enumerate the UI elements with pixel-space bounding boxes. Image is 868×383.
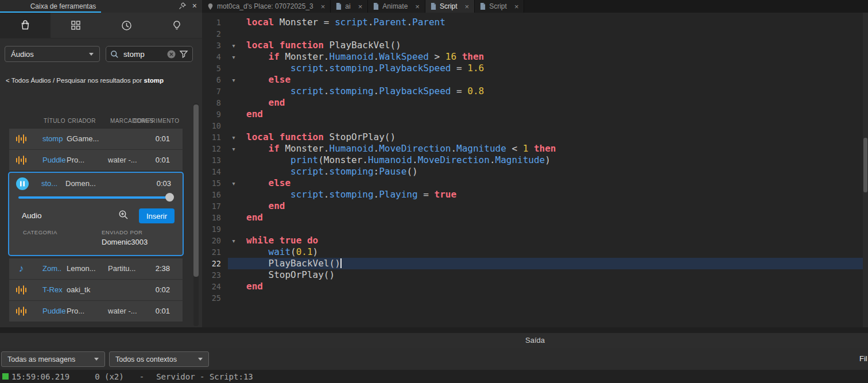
code-line[interactable]: 13 print(Monster.Humanoid.MoveDirection.… [203, 154, 868, 166]
asset-title[interactable]: stomp [42, 134, 63, 143]
line-number[interactable]: 12 [203, 144, 221, 153]
column-criador[interactable]: CRIADOR [68, 118, 96, 124]
line-number[interactable]: 9 [203, 110, 221, 119]
slider-handle-icon[interactable] [165, 193, 174, 202]
fold-arrow-icon[interactable]: ▾ [221, 180, 246, 187]
code-line[interactable]: 9end [203, 109, 868, 120]
line-number[interactable]: 21 [203, 247, 221, 257]
tab-close-icon[interactable]: × [415, 3, 420, 10]
asset-title[interactable]: Zom.. [42, 264, 61, 273]
messages-filter-dropdown[interactable]: Todas as mensagens [1, 351, 105, 367]
code-line[interactable]: 12▾ if Monster.Humanoid.MoveDirection.Ma… [203, 143, 868, 154]
line-number[interactable]: 19 [203, 225, 221, 234]
line-number[interactable]: 11 [203, 133, 221, 142]
line-number[interactable]: 13 [203, 156, 221, 165]
document-tab-script[interactable]: Script× [425, 0, 475, 13]
category-dropdown[interactable]: Áudios [5, 46, 100, 62]
code-line[interactable]: 10 [203, 120, 868, 131]
output-filter-input[interactable]: Fil [859, 354, 867, 363]
context-filter-dropdown[interactable]: Todos os contextos [109, 351, 209, 367]
clear-search-icon[interactable] [167, 50, 176, 59]
line-number[interactable]: 1 [203, 18, 221, 27]
toolbox-scrollbar[interactable] [193, 103, 199, 326]
line-number[interactable]: 23 [203, 270, 221, 280]
line-number[interactable]: 5 [203, 64, 221, 73]
line-number[interactable]: 4 [203, 52, 221, 61]
search-input[interactable] [122, 49, 164, 59]
code-line[interactable]: 4▾ if Monster.Humanoid.WalkSpeed > 16 th… [203, 51, 868, 63]
log-source[interactable]: Servidor - Script:13 [156, 372, 253, 381]
tab-creations[interactable] [152, 13, 202, 38]
filter-icon[interactable] [179, 49, 188, 59]
line-number[interactable]: 6 [203, 75, 221, 84]
pin-icon[interactable] [179, 2, 186, 10]
tab-close-icon[interactable]: × [465, 3, 470, 10]
line-number[interactable]: 17 [203, 202, 221, 211]
code-line[interactable]: 17 end [203, 200, 868, 212]
preview-zoom-icon[interactable] [118, 210, 129, 220]
asset-row[interactable]: stompGGame...0:01 [9, 129, 183, 149]
editor-scrollbar[interactable] [863, 13, 868, 327]
breadcrumb[interactable]: < Todos Áudios / Pesquisar nos resultado… [6, 77, 164, 84]
fold-arrow-icon[interactable]: ▾ [221, 54, 246, 60]
code-line[interactable]: 14 script.stomping:Pause() [203, 166, 868, 177]
code-line[interactable]: 23 StopOrPlay() [203, 269, 868, 281]
line-number[interactable]: 20 [203, 236, 221, 245]
asset-row[interactable]: PuddlePro...water -...0:01 [9, 150, 183, 171]
code-line[interactable]: 7 script.stomping.PlaybackSpeed = 0.8 [203, 86, 868, 97]
tab-marketplace[interactable] [0, 13, 51, 38]
code-line[interactable]: 11▾local function StopOrPlay() [203, 131, 868, 143]
asset-title[interactable]: T-Rex [42, 285, 63, 294]
tab-close-icon[interactable]: × [358, 3, 363, 10]
playback-slider[interactable] [18, 196, 172, 199]
fold-arrow-icon[interactable]: ▾ [221, 42, 246, 49]
output-log[interactable]: 15:59:06.219 0 (x2) - Servidor - Script:… [0, 370, 868, 383]
column-comprimento[interactable]: COMPRIMENTO [133, 118, 179, 124]
script-editor[interactable]: 1local Monster = script.Parent.Parent23▾… [203, 13, 868, 327]
line-number[interactable]: 15 [203, 179, 221, 188]
insert-button[interactable]: Inserir [139, 208, 175, 223]
fold-arrow-icon[interactable]: ▾ [221, 77, 246, 83]
document-tab-ai[interactable]: ai× [331, 0, 368, 13]
pause-button[interactable] [16, 177, 29, 190]
code-area[interactable]: 1local Monster = script.Parent.Parent23▾… [203, 17, 868, 304]
document-tab-mot0ca-d-s-place-07072025-3[interactable]: mot0ca_d's Place: 07072025_3× [202, 0, 331, 13]
line-number[interactable]: 14 [203, 167, 221, 176]
line-number[interactable]: 7 [203, 87, 221, 96]
tab-inventory[interactable] [51, 13, 101, 38]
document-tab-script[interactable]: Script× [475, 0, 524, 13]
asset-row[interactable]: PuddlePro...water -...0:01 [9, 301, 183, 322]
asset-row[interactable]: T-Rexoaki_tk0:02 [9, 280, 183, 300]
line-number[interactable]: 18 [203, 213, 221, 222]
code-line[interactable]: 18end [203, 212, 868, 223]
line-number[interactable]: 3 [203, 41, 221, 50]
code-line[interactable]: 20▾while true do [203, 235, 868, 246]
line-number[interactable]: 16 [203, 190, 221, 199]
tab-recent[interactable] [101, 13, 152, 38]
code-line[interactable]: 6▾ else [203, 74, 868, 86]
asset-title[interactable]: Puddle [42, 156, 65, 164]
column-titulo[interactable]: TÍTULO [44, 118, 65, 124]
code-line[interactable]: 22 PlayBackVel() [203, 258, 868, 269]
tab-close-icon[interactable]: × [514, 3, 519, 10]
code-line[interactable]: 8 end [203, 97, 868, 109]
line-number[interactable]: 22 [203, 259, 221, 268]
fold-arrow-icon[interactable]: ▾ [221, 238, 246, 244]
close-icon[interactable]: × [192, 1, 197, 10]
asset-row[interactable]: ♪Zom..Lemon...Partitu...2:38 [9, 258, 183, 279]
line-number[interactable]: 24 [203, 282, 221, 291]
tab-close-icon[interactable]: × [321, 3, 326, 10]
line-number[interactable]: 10 [203, 121, 221, 130]
line-number[interactable]: 2 [203, 29, 221, 38]
code-line[interactable]: 2 [203, 28, 868, 40]
scrollbar-thumb[interactable] [193, 105, 199, 277]
code-line[interactable]: 16 script.stomping.Playing = true [203, 189, 868, 200]
fold-arrow-icon[interactable]: ▾ [221, 146, 246, 152]
code-line[interactable]: 24end [203, 281, 868, 292]
code-line[interactable]: 19 [203, 223, 868, 235]
document-tab-animate[interactable]: Animate× [368, 0, 425, 13]
code-line[interactable]: 15▾ else [203, 177, 868, 189]
code-line[interactable]: 3▾local function PlayBackVel() [203, 40, 868, 51]
asset-title[interactable]: sto... [41, 179, 57, 188]
fold-arrow-icon[interactable]: ▾ [221, 134, 246, 141]
